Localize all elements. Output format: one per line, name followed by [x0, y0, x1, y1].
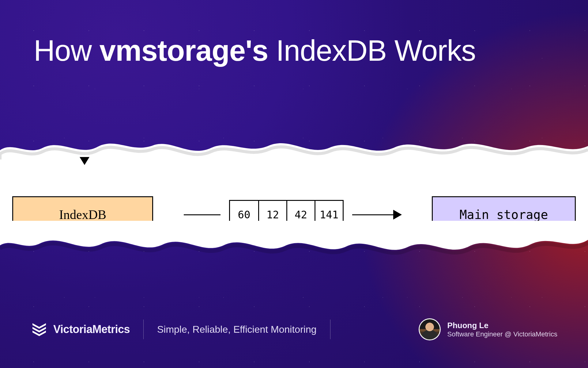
arrow-right-icon: [352, 214, 401, 215]
title-post: IndexDB Works: [268, 34, 476, 67]
indexdb-label: IndexDB: [59, 207, 106, 222]
tagline: Simple, Reliable, Efficient Monitoring: [157, 324, 317, 335]
avatar: [419, 318, 441, 340]
divider: [143, 320, 144, 339]
author-role: Software Engineer @ VictoriaMetrics: [447, 330, 557, 338]
main-storage-label: Main storage: [460, 208, 548, 222]
author-block: Phuong Le Software Engineer @ VictoriaMe…: [419, 318, 557, 340]
title-pre: How: [34, 34, 100, 67]
footer: VictoriaMetrics Simple, Reliable, Effici…: [31, 318, 557, 340]
connector-line: [184, 214, 221, 215]
author-text: Phuong Le Software Engineer @ VictoriaMe…: [447, 321, 557, 338]
torn-banner: IndexDB 60 12 42 141 Main storage: [0, 141, 588, 251]
brand: VictoriaMetrics: [31, 321, 130, 338]
brand-name: VictoriaMetrics: [53, 323, 130, 336]
torn-edge-bottom: [0, 221, 588, 261]
page-title: How vmstorage's IndexDB Works: [34, 34, 476, 67]
banner-body: IndexDB 60 12 42 141 Main storage: [0, 159, 588, 230]
divider: [330, 320, 330, 339]
brand-logo-icon: [31, 321, 48, 338]
author-name: Phuong Le: [447, 321, 557, 330]
arrow-down-icon: [80, 157, 89, 165]
slide: How vmstorage's IndexDB Works IndexDB 60…: [0, 0, 588, 368]
title-strong: vmstorage's: [100, 34, 268, 67]
